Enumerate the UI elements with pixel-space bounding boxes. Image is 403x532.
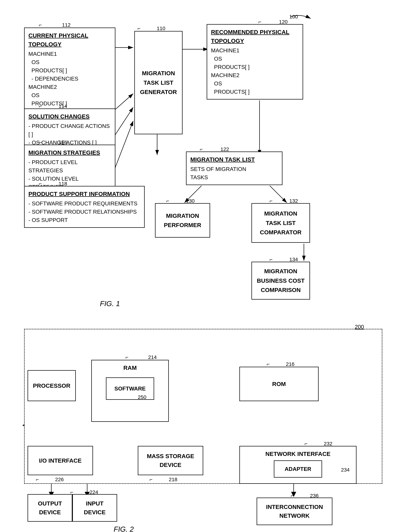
- processor-box: PROCESSOR: [28, 370, 76, 401]
- ref-112-bracket: ⌐: [39, 22, 42, 28]
- ref-216-bracket: ⌐: [267, 361, 270, 367]
- interconnection-network-box: INTERCONNECTIONNETWORK: [257, 498, 333, 525]
- interconnection-network-label: INTERCONNECTIONNETWORK: [266, 503, 323, 520]
- solution-changes-title: SOLUTION CHANGES: [28, 112, 111, 121]
- ref-118: 118: [58, 181, 67, 187]
- migration-business-cost-label: MIGRATIONBUSINESS COSTCOMPARISON: [257, 266, 305, 295]
- ref-216: 216: [286, 361, 294, 367]
- ref-234: 234: [341, 467, 350, 473]
- ref-132-bracket: ⌐: [269, 198, 273, 204]
- ref-130: 130: [186, 198, 195, 204]
- migration-comparator-label: MIGRATIONTASK LISTCOMPARATOR: [260, 209, 301, 237]
- ref-114: 114: [58, 103, 67, 109]
- mass-storage-label: MASS STORAGEDEVICE: [147, 452, 194, 469]
- migration-performer-box: MIGRATIONPERFORMER: [155, 203, 210, 238]
- input-device-box: INPUTDEVICE: [72, 494, 117, 522]
- fig1-label: FIG. 1: [100, 300, 120, 308]
- ref-110-bracket: ⌐: [137, 25, 141, 31]
- rom-box: ROM: [239, 367, 319, 401]
- ref-134-bracket: ⌐: [269, 257, 273, 262]
- ref-134: 134: [289, 257, 298, 262]
- input-device-label: INPUTDEVICE: [84, 499, 106, 517]
- ref-100: 100: [289, 14, 298, 20]
- ref-130-bracket: ⌐: [166, 198, 169, 204]
- migration-performer-label: MIGRATIONPERFORMER: [164, 211, 201, 230]
- ref-122: 122: [220, 146, 229, 152]
- ref-250: 250: [138, 394, 146, 400]
- ref-120: 120: [279, 19, 288, 25]
- ref-236: 236: [310, 493, 319, 499]
- ram-label: RAM: [96, 363, 165, 372]
- software-label: SOFTWARE: [114, 385, 146, 393]
- adapter-label: ADAPTER: [285, 465, 311, 473]
- ref-120-bracket: ⌐: [258, 19, 262, 25]
- ref-232: 232: [324, 441, 333, 447]
- ref-122-bracket: ⌐: [200, 146, 203, 152]
- ref-112: 112: [62, 22, 70, 28]
- ram-box: RAM SOFTWARE: [91, 360, 169, 422]
- processor-label: PROCESSOR: [33, 381, 70, 390]
- ref-114-bracket: ⌐: [39, 103, 42, 109]
- recommended-topology-content: MACHINE1 OS PRODUCTS[ ] MACHINE2 OS PROD…: [211, 46, 299, 96]
- migration-business-cost-box: MIGRATIONBUSINESS COSTCOMPARISON: [251, 262, 310, 300]
- ref-118-bracket: ⌐: [39, 181, 42, 187]
- network-interface-box: NETWORK INTERFACE ADAPTER: [239, 446, 357, 484]
- migration-task-generator-box: MIGRATIONTASK LISTGENERATOR: [134, 31, 183, 134]
- mass-storage-box: MASS STORAGEDEVICE: [138, 446, 203, 475]
- output-device-box: OUTPUTDEVICE: [28, 494, 72, 522]
- fig1-diagram: 100 CURRENT PHYSICAL TOPOLOGY MACHINE1 O…: [14, 10, 389, 312]
- rom-label: ROM: [272, 380, 286, 388]
- io-interface-box: I/O INTERFACE: [28, 446, 93, 475]
- migration-task-list-content: SETS OF MIGRATIONTASKS: [190, 165, 278, 182]
- ref-116: 116: [58, 139, 67, 145]
- recommended-topology-title: RECOMMENDED PHYSICALTOPOLOGY: [211, 28, 299, 45]
- ref-226: 226: [55, 476, 64, 482]
- ref-132: 132: [289, 198, 298, 204]
- ref-110: 110: [157, 25, 165, 31]
- ref-232-bracket: ⌐: [305, 441, 307, 447]
- ref-236-bracket: ⌐: [291, 493, 294, 499]
- migration-comparator-box: MIGRATIONTASK LISTCOMPARATOR: [251, 203, 310, 243]
- migration-task-list-title: MIGRATION TASK LIST: [190, 155, 278, 164]
- migration-task-generator-label: MIGRATIONTASK LISTGENERATOR: [140, 69, 177, 97]
- network-interface-label: NETWORK INTERFACE: [244, 450, 352, 458]
- fig2-label: FIG. 2: [114, 525, 134, 532]
- current-topology-box: CURRENT PHYSICAL TOPOLOGY MACHINE1 OS PR…: [24, 28, 115, 120]
- ref-200: 200: [355, 324, 364, 330]
- migration-strategies-title: MIGRATION STRATEGIES: [28, 148, 111, 157]
- io-interface-label: I/O INTERFACE: [39, 456, 82, 465]
- ref-224: 224: [90, 489, 98, 495]
- recommended-topology-box: RECOMMENDED PHYSICALTOPOLOGY MACHINE1 OS…: [207, 24, 303, 100]
- fig2-diagram: 200 PROCESSOR RAM SOFTWARE 214 ⌐ 250 ROM…: [14, 318, 389, 532]
- page: 100 CURRENT PHYSICAL TOPOLOGY MACHINE1 O…: [0, 0, 403, 532]
- ref-224-bracket: ⌐: [70, 489, 73, 495]
- product-support-title: PRODUCT SUPPORT INFORMATION: [28, 190, 140, 198]
- ref-116-bracket: ⌐: [39, 139, 42, 145]
- ref-218: 218: [169, 476, 177, 482]
- output-device-label: OUTPUTDEVICE: [38, 499, 62, 517]
- product-support-box: PRODUCT SUPPORT INFORMATION - SOFTWARE P…: [24, 186, 145, 228]
- ref-214-bracket: ⌐: [125, 354, 128, 360]
- product-support-content: - SOFTWARE PRODUCT REQUIREMENTS - SOFTWA…: [28, 199, 140, 224]
- migration-task-list-box: MIGRATION TASK LIST SETS OF MIGRATIONTAS…: [186, 152, 282, 185]
- ref-214: 214: [148, 354, 157, 360]
- ref-218-bracket: ⌐: [149, 476, 153, 482]
- software-box: SOFTWARE: [106, 377, 154, 400]
- current-topology-title: CURRENT PHYSICAL TOPOLOGY: [28, 31, 111, 49]
- adapter-box: ADAPTER: [274, 460, 322, 478]
- solution-changes-box: SOLUTION CHANGES - PRODUCT CHANGE ACTION…: [24, 108, 115, 150]
- ref-226-bracket: ⌐: [36, 476, 39, 482]
